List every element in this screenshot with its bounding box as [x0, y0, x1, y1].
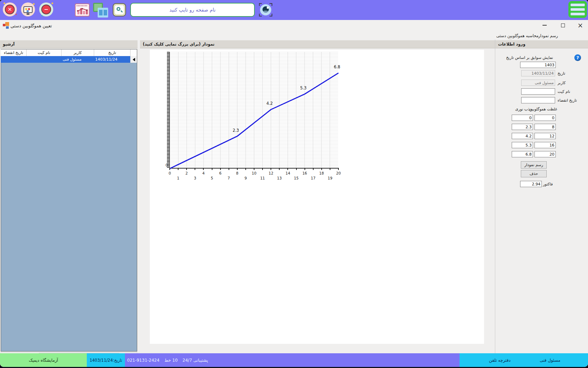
x-axis-tick [287, 168, 288, 170]
screens-icon[interactable] [21, 2, 35, 16]
kit-name-input[interactable] [521, 88, 555, 95]
x-axis-tick [237, 168, 238, 170]
tab-manual-hemoglobin[interactable]: محاسبه هموگلوبین دستی [496, 33, 539, 38]
x-axis-tick [178, 168, 178, 170]
support-lines: 10 خط [164, 358, 178, 363]
data-entry-header: ورود اطلاعات [495, 40, 588, 48]
row-selector-header [130, 49, 137, 56]
concentration-input-1[interactable] [534, 115, 556, 121]
app-window: ✕ − [0, 0, 588, 367]
x-axis-tick [203, 168, 204, 170]
col-date[interactable]: تاریخ [94, 49, 130, 56]
concentration-header: غلظت هموگلوبین [534, 107, 557, 111]
archive-panel: آرشیو تاریخ کاربر نام کیت تاریخ انقضاء 1… [0, 40, 138, 353]
x-axis-label: 9 [241, 176, 250, 180]
x-axis-label: 1 [174, 176, 183, 180]
kit-name-label: نام کیت [558, 89, 570, 94]
absorbance-input-3[interactable] [512, 133, 533, 139]
help-icon[interactable]: ? [574, 54, 581, 61]
concentration-input-3[interactable] [534, 133, 556, 139]
lab-name: آزمایشگاه دیمیک [0, 353, 87, 367]
col-kit[interactable]: نام کیت [26, 49, 61, 56]
x-axis-label: 16 [300, 171, 309, 175]
x-axis-label: 11 [258, 176, 267, 180]
magnifier-shortcut-icon[interactable] [113, 3, 126, 16]
x-axis-label: 14 [283, 171, 292, 175]
minimize-icon[interactable] [539, 21, 550, 29]
row-selector-cell[interactable] [130, 56, 137, 63]
archive-table: تاریخ کاربر نام کیت تاریخ انقضاء 1403/11… [1, 49, 137, 352]
status-user: مسئول فنی [540, 353, 560, 367]
concentration-input-5[interactable] [534, 151, 556, 157]
archive-header: آرشیو [0, 40, 138, 48]
monitor-glyph [23, 6, 33, 13]
date-segment: تاریخ:1403/11/24 [87, 353, 125, 367]
x-axis-tick [195, 168, 195, 170]
lab-name-segment: آزمایشگاه دیمیک [0, 353, 87, 367]
data-point-label: 2.3 [230, 128, 242, 133]
factor-label: فاکتور [543, 182, 553, 186]
app-logo-icon [3, 22, 9, 28]
x-axis-tick [254, 168, 254, 170]
absorbance-header: جذب نوری [512, 107, 532, 111]
support-segment: پشتیبانی 24/7 10 خط 021-9131-2424 [125, 353, 460, 367]
minus-glyph: − [41, 5, 51, 14]
user-input [521, 80, 555, 86]
x-axis-label: 6 [216, 171, 225, 175]
support-label: پشتیبانی 24/7 [183, 358, 208, 363]
x-axis-label: 15 [292, 176, 301, 180]
cell-date[interactable]: 1403/11/24 [94, 56, 130, 63]
factor-input[interactable] [520, 181, 542, 187]
x-axis-label: 5 [208, 176, 217, 180]
tab-draw-chart[interactable]: رسم نمودار [538, 33, 558, 38]
x-axis-label: 17 [309, 176, 318, 180]
cell-user[interactable]: مسئول فنی [61, 56, 94, 63]
search-input[interactable] [130, 3, 255, 17]
x-axis-tick [186, 168, 187, 170]
delete-button[interactable]: حذف [521, 170, 547, 177]
draw-chart-button[interactable]: رسم نمودار [521, 161, 547, 169]
chart-shortcut-icon[interactable] [75, 4, 90, 16]
absorbance-input-5[interactable] [512, 151, 533, 157]
expiry-input[interactable] [521, 97, 555, 103]
chart-panel-header: نمودار (برای بزرگ نمایی کلیک کنید) [140, 40, 495, 48]
col-user[interactable]: کاربر [61, 49, 94, 56]
x-axis-tick [220, 168, 221, 170]
confetti-dot [4, 2, 5, 4]
year-filter-input[interactable] [520, 62, 556, 68]
absorbance-input-1[interactable] [512, 115, 533, 121]
cell-kit[interactable] [26, 56, 61, 63]
concentration-input-4[interactable] [534, 142, 556, 148]
row-indicator-icon [133, 58, 135, 61]
y-axis-zero-label: 0 [166, 163, 168, 167]
x-axis-tick [229, 168, 229, 170]
close-icon[interactable]: × [575, 21, 586, 29]
x-axis-tick [330, 168, 330, 170]
x-axis-label: 12 [266, 171, 275, 175]
x-axis-tick [245, 168, 246, 170]
data-entry-panel: ورود اطلاعات ? نمایش سوابق بر اساس تاریخ… [495, 40, 588, 353]
x-axis-tick [321, 168, 322, 170]
calibration-line [170, 52, 338, 169]
absorbance-input-2[interactable] [512, 124, 533, 130]
user-segment: دفترچه تلفن مسئول فنی [460, 353, 588, 367]
cell-expiry[interactable] [1, 56, 26, 63]
absorbance-input-4[interactable] [512, 142, 533, 148]
chart-canvas[interactable]: 0 012345678910111213141516171819202.34.2… [150, 50, 484, 344]
data-point-label: 4.2 [263, 101, 276, 106]
maximize-icon[interactable] [558, 21, 568, 29]
phonebook-link[interactable]: دفترچه تلفن [489, 353, 511, 367]
minimize-app-icon[interactable]: − [39, 2, 53, 16]
concentration-input-2[interactable] [534, 124, 556, 130]
x-axis-label: 10 [250, 171, 259, 175]
x-axis-tick [338, 168, 339, 170]
eye-icon[interactable] [259, 3, 272, 16]
windows-shortcut-icon[interactable] [93, 3, 109, 18]
hamburger-menu-icon[interactable] [568, 1, 587, 18]
x-axis-tick [296, 168, 297, 170]
confetti-dot [41, 15, 43, 16]
col-expiry[interactable]: تاریخ انقضاء [1, 49, 26, 56]
support-info: پشتیبانی 24/7 10 خط 021-9131-2424 [127, 353, 208, 367]
support-phone: 021-9131-2424 [127, 358, 160, 363]
close-app-icon[interactable]: ✕ [3, 2, 17, 16]
